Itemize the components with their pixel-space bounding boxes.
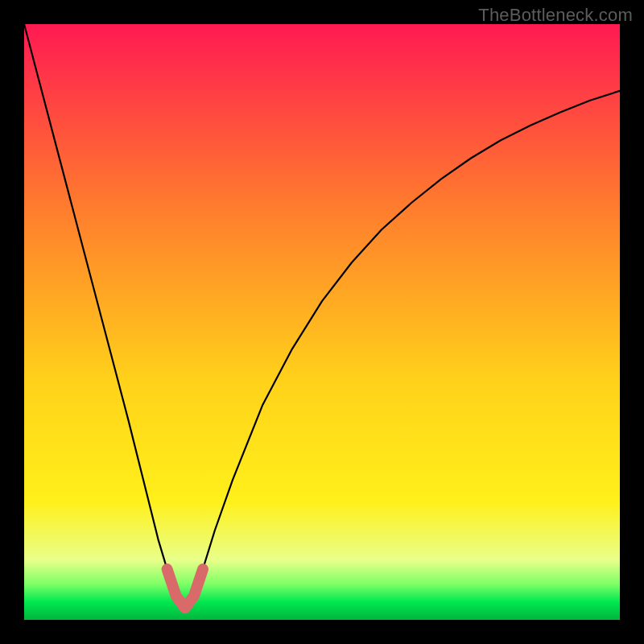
chart-stage: TheBottleneck.com: [0, 0, 644, 644]
gradient-background: [24, 24, 620, 620]
chart-svg: [24, 24, 620, 620]
watermark-text: TheBottleneck.com: [478, 5, 633, 26]
plot-area: [24, 24, 620, 620]
